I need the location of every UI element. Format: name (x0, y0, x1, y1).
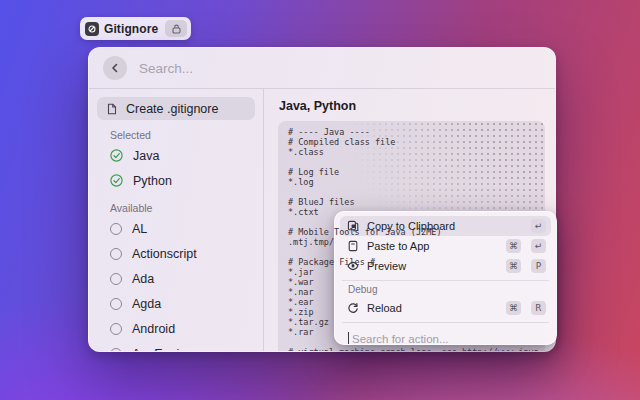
check-circle-icon (110, 149, 123, 162)
list-item-appengine[interactable]: AppEngine (97, 341, 255, 352)
list-item-ada[interactable]: Ada (97, 266, 255, 291)
check-circle-icon (110, 174, 123, 187)
list-item-label: Agda (132, 297, 161, 311)
language-list: Create .gitignore Selected Java Python A… (89, 89, 263, 352)
list-item-label: Actionscript (132, 247, 197, 261)
app-badge-title: Gitignore (104, 22, 158, 36)
list-item-create-gitignore[interactable]: Create .gitignore (97, 97, 255, 120)
window-header (89, 48, 555, 88)
back-button[interactable] (103, 56, 127, 80)
gitignore-window: Create .gitignore Selected Java Python A… (88, 47, 556, 352)
list-item-actionscript[interactable]: Actionscript (97, 241, 255, 266)
list-item-al[interactable]: AL (97, 216, 255, 241)
list-item-python[interactable]: Python (97, 168, 255, 193)
list-item-label: AppEngine (132, 347, 193, 353)
section-header-available: Available (110, 202, 255, 214)
circle-icon (110, 348, 122, 353)
detail-pane: Java, Python # ---- Java ---- # Compiled… (264, 89, 555, 352)
lock-icon[interactable] (165, 20, 187, 37)
list-item-java[interactable]: Java (97, 143, 255, 168)
circle-icon (110, 298, 122, 310)
list-item-label: Android (132, 322, 175, 336)
section-header-selected: Selected (110, 129, 255, 141)
circle-icon (110, 223, 122, 235)
detail-title: Java, Python (279, 99, 545, 113)
list-item-label: Java (133, 149, 159, 163)
list-item-label: Create .gitignore (126, 102, 218, 116)
gitignore-preview: # ---- Java ---- # Compiled class file *… (278, 121, 545, 352)
search-input[interactable] (139, 61, 541, 76)
list-item-label: AL (132, 222, 147, 236)
list-item-agda[interactable]: Agda (97, 291, 255, 316)
circle-icon (110, 273, 122, 285)
list-item-label: Python (133, 174, 172, 188)
circle-icon (110, 323, 122, 335)
list-item-label: Ada (132, 272, 154, 286)
app-badge[interactable]: Gitignore (80, 17, 191, 40)
list-item-android[interactable]: Android (97, 316, 255, 341)
desktop-background: Gitignore Create .gitignore Selected (0, 0, 640, 400)
document-icon (106, 103, 118, 115)
gitignore-code: # ---- Java ---- # Compiled class file *… (278, 121, 545, 352)
gitignore-app-icon (85, 22, 99, 36)
circle-icon (110, 248, 122, 260)
